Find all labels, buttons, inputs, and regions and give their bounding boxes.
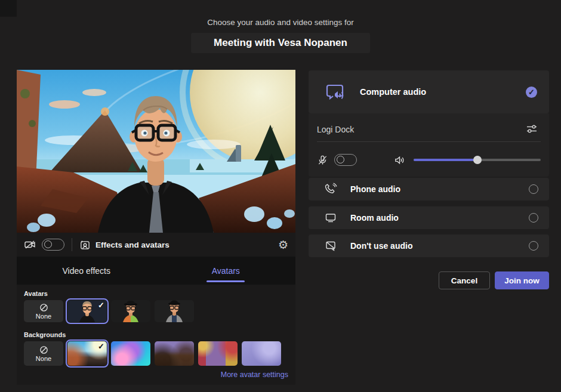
video-preview	[17, 70, 295, 233]
camera-off-icon	[24, 239, 36, 251]
avatar-tile-selected[interactable]: ✓	[67, 300, 107, 322]
phone-audio-option[interactable]: Phone audio	[309, 178, 549, 200]
mic-volume-row	[317, 148, 541, 172]
mic-toggle-knob	[337, 156, 344, 163]
avatar-tile-none[interactable]: None	[24, 300, 63, 322]
background-tile-living-room[interactable]	[155, 341, 194, 366]
backgrounds-section-label: Backgrounds	[24, 331, 66, 338]
video-controls-bar: Effects and avatars ⚙	[17, 233, 295, 257]
speaker-icon	[394, 155, 405, 166]
room-audio-icon	[324, 211, 337, 224]
avatar-scene-image	[17, 70, 295, 233]
avatars-section-label: Avatars	[24, 290, 48, 297]
device-settings-icon[interactable]	[525, 123, 538, 135]
background-tile-row: None ✓	[24, 341, 281, 366]
avatar-tile-3[interactable]	[155, 300, 194, 322]
tab-avatars[interactable]: Avatars	[156, 257, 296, 285]
computer-audio-label: Computer audio	[360, 87, 426, 97]
camera-toggle[interactable]	[42, 239, 64, 251]
avatar-tile-2[interactable]	[111, 300, 150, 322]
gear-icon[interactable]: ⚙	[278, 239, 288, 251]
avatar-tile-row: None ✓	[24, 300, 194, 322]
window-corner-decoration	[0, 0, 17, 17]
device-section: Logi Dock	[309, 113, 549, 177]
background-tile-none[interactable]: None	[24, 341, 63, 366]
computer-audio-option[interactable]: Computer audio ✓	[309, 70, 549, 113]
volume-slider[interactable]	[414, 159, 541, 161]
dont-use-audio-option[interactable]: Don't use audio	[309, 234, 549, 257]
avatar-thumb-image	[155, 300, 194, 322]
cancel-button[interactable]: Cancel	[439, 271, 490, 289]
camera-toggle-knob	[44, 240, 52, 248]
tab-video-effects[interactable]: Video effects	[17, 257, 156, 285]
effects-tab-strip: Video effects Avatars	[17, 257, 295, 285]
active-tab-underline	[206, 280, 245, 282]
audio-device-name: Logi Dock	[317, 125, 354, 134]
selected-check-icon: ✓	[98, 342, 104, 351]
settings-subtitle: Choose your audio and video settings for	[0, 18, 561, 27]
avatars-panel: Avatars None ✓	[17, 285, 295, 385]
join-now-button[interactable]: Join now	[495, 271, 549, 289]
room-audio-radio[interactable]	[529, 213, 538, 223]
more-avatar-settings-link[interactable]: More avatar settings	[221, 371, 288, 379]
pre-join-screen: Choose your audio and video settings for…	[0, 0, 561, 392]
background-tile-colorful-room[interactable]	[198, 341, 238, 366]
prohibition-icon	[39, 303, 48, 312]
action-buttons: Cancel Join now	[309, 271, 549, 289]
dont-use-audio-radio[interactable]	[529, 241, 538, 251]
background-tile-purple-texture[interactable]	[242, 341, 281, 366]
mic-off-icon	[317, 155, 328, 166]
background-tile-selected-landscape[interactable]: ✓	[67, 341, 107, 366]
volume-slider-thumb[interactable]	[473, 156, 482, 164]
computer-audio-icon	[324, 82, 347, 102]
no-audio-icon	[324, 239, 337, 252]
selected-audio-check-icon: ✓	[526, 87, 537, 98]
selected-check-icon: ✓	[98, 301, 104, 310]
divider	[72, 238, 72, 251]
effects-and-avatars-label[interactable]: Effects and avatars	[95, 240, 169, 249]
divider	[317, 141, 541, 142]
effects-and-avatars-icon	[79, 239, 91, 251]
volume-slider-fill	[414, 159, 477, 161]
phone-audio-radio[interactable]	[529, 184, 538, 194]
meeting-title: Meeting with Vesa Nopanen	[191, 33, 370, 53]
mic-toggle[interactable]	[334, 154, 357, 166]
avatar-thumb-image	[111, 300, 150, 322]
background-tile-abstract-swirl[interactable]	[111, 341, 150, 366]
room-audio-option[interactable]: Room audio	[309, 206, 549, 229]
prohibition-icon	[39, 345, 48, 354]
phone-icon	[324, 183, 337, 196]
